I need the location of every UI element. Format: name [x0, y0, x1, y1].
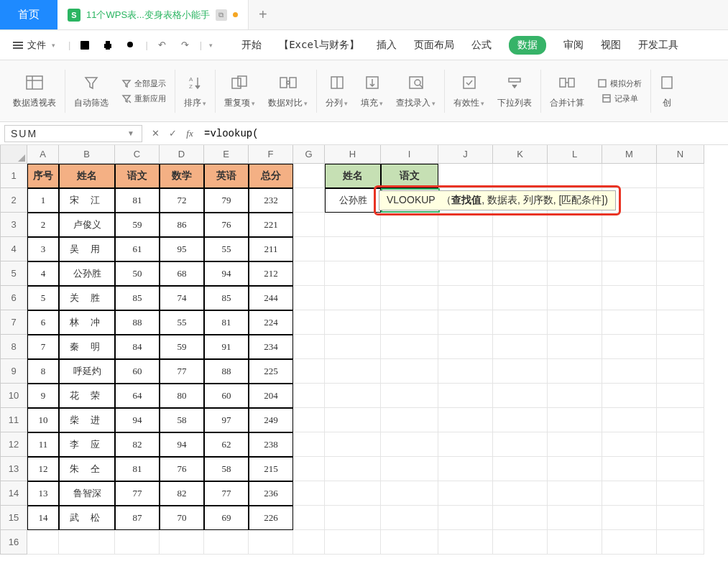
select-all-corner[interactable] — [0, 145, 27, 164]
cell[interactable] — [602, 164, 657, 188]
table-cell[interactable]: 94 — [115, 408, 160, 432]
cell[interactable] — [548, 286, 602, 310]
cell[interactable] — [493, 481, 548, 506]
table-cell[interactable]: 秦 明 — [59, 335, 115, 359]
table-cell[interactable]: 249 — [249, 408, 293, 432]
table-cell[interactable]: 211 — [249, 237, 293, 261]
table-cell[interactable]: 234 — [249, 335, 293, 359]
show-all-button[interactable]: 全部显示 — [121, 78, 166, 89]
table-cell[interactable]: 55 — [204, 237, 249, 261]
row-header-9[interactable]: 9 — [0, 359, 27, 384]
cell[interactable] — [548, 530, 602, 555]
cell[interactable] — [602, 261, 657, 286]
cell[interactable] — [438, 457, 493, 481]
cell[interactable] — [293, 384, 325, 408]
home-tab[interactable]: 首页 — [0, 0, 57, 29]
table-cell[interactable]: 1 — [27, 188, 59, 213]
cell[interactable] — [602, 530, 657, 555]
text-to-columns-button[interactable]: 分列▾ — [320, 65, 354, 118]
table-cell[interactable]: 林 冲 — [59, 310, 115, 335]
cell[interactable] — [325, 530, 381, 555]
cell[interactable] — [438, 408, 493, 432]
cell[interactable] — [602, 286, 657, 310]
table-cell[interactable]: 花 荣 — [59, 384, 115, 408]
table-cell[interactable]: 62 — [204, 432, 249, 457]
table-cell[interactable]: 鲁智深 — [59, 481, 115, 506]
table-cell[interactable]: 柴 进 — [59, 408, 115, 432]
table-cell[interactable]: 85 — [115, 286, 160, 310]
cell[interactable] — [602, 432, 657, 457]
cell[interactable] — [325, 335, 381, 359]
cell[interactable] — [548, 261, 602, 286]
cell[interactable] — [293, 359, 325, 384]
table-cell[interactable]: 81 — [204, 310, 249, 335]
table-cell[interactable]: 朱 仝 — [59, 457, 115, 481]
cell[interactable] — [293, 506, 325, 530]
cell[interactable] — [657, 457, 704, 481]
cell[interactable] — [657, 384, 704, 408]
cell[interactable] — [381, 432, 438, 457]
cell[interactable] — [293, 213, 325, 237]
cell[interactable] — [548, 359, 602, 384]
cell[interactable] — [325, 261, 381, 286]
table-cell[interactable]: 81 — [115, 457, 160, 481]
cell[interactable] — [325, 432, 381, 457]
table-cell[interactable]: 吴 用 — [59, 237, 115, 261]
cell[interactable] — [548, 335, 602, 359]
cell[interactable] — [160, 530, 204, 555]
data-compare-button[interactable]: 数据对比▾ — [262, 65, 313, 118]
cell[interactable] — [438, 384, 493, 408]
cell[interactable] — [602, 213, 657, 237]
popout-icon[interactable]: ⧉ — [216, 9, 227, 21]
table-cell[interactable]: 4 — [27, 261, 59, 286]
tab-insert[interactable]: 插入 — [377, 39, 397, 52]
table-cell[interactable]: 13 — [27, 481, 59, 506]
cell[interactable] — [602, 408, 657, 432]
table-cell[interactable]: 94 — [160, 432, 204, 457]
cell[interactable] — [325, 286, 381, 310]
cell[interactable] — [438, 310, 493, 335]
fx-button[interactable]: fx — [181, 125, 198, 142]
table-cell[interactable]: 8 — [27, 359, 59, 384]
cell[interactable] — [493, 506, 548, 530]
table-cell[interactable]: 64 — [115, 384, 160, 408]
table-cell[interactable]: 85 — [204, 286, 249, 310]
tab-developer[interactable]: 开发工具 — [638, 39, 678, 52]
cell[interactable] — [548, 384, 602, 408]
table-cell[interactable]: 76 — [160, 457, 204, 481]
cell[interactable] — [493, 384, 548, 408]
col-header-M[interactable]: M — [602, 145, 657, 164]
table-cell[interactable]: 82 — [115, 432, 160, 457]
cell[interactable] — [381, 457, 438, 481]
cell[interactable] — [293, 530, 325, 555]
table-cell[interactable]: 82 — [160, 481, 204, 506]
row-header-6[interactable]: 6 — [0, 286, 27, 310]
col-header-F[interactable]: F — [249, 145, 293, 164]
reapply-button[interactable]: 重新应用 — [121, 93, 166, 104]
table-cell[interactable]: 238 — [249, 432, 293, 457]
cell[interactable] — [325, 237, 381, 261]
table-cell[interactable]: 59 — [160, 335, 204, 359]
table-cell[interactable]: 212 — [249, 261, 293, 286]
cell[interactable] — [493, 310, 548, 335]
cell[interactable] — [657, 261, 704, 286]
row-header-12[interactable]: 12 — [0, 432, 27, 457]
col-header-I[interactable]: I — [381, 145, 438, 164]
table-cell[interactable]: 61 — [115, 237, 160, 261]
cell[interactable] — [381, 359, 438, 384]
cell[interactable] — [657, 237, 704, 261]
table-cell[interactable]: 李 应 — [59, 432, 115, 457]
table-cell[interactable]: 55 — [160, 310, 204, 335]
cell[interactable] — [657, 506, 704, 530]
cell[interactable] — [438, 530, 493, 555]
table-cell[interactable]: 87 — [115, 506, 160, 530]
table-cell[interactable]: 88 — [204, 359, 249, 384]
cell[interactable] — [493, 432, 548, 457]
autofilter-button[interactable]: 自动筛选 — [68, 65, 114, 118]
cell[interactable] — [325, 408, 381, 432]
tab-excel-finance[interactable]: 【Excel与财务】 — [279, 39, 359, 52]
cell[interactable] — [657, 335, 704, 359]
formula-input[interactable]: =vlookup( — [198, 128, 728, 139]
name-box[interactable]: SUM ▼ — [4, 125, 142, 142]
cell[interactable] — [438, 506, 493, 530]
